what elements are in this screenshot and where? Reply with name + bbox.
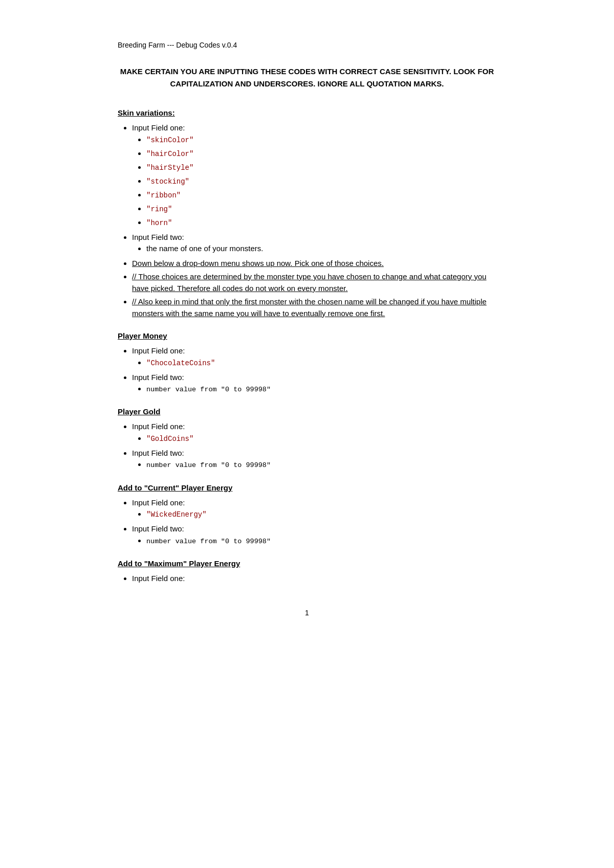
money-field-two-value: number value from "0 to 99998": [146, 383, 496, 395]
player-gold-section: Player Gold Input Field one: "GoldCoins"…: [118, 407, 496, 471]
skin-field-one-item: Input Field one: "skinColor" "hairColor"…: [132, 122, 496, 229]
gold-value-code: number value from "0 to 99998": [146, 461, 271, 469]
gold-field-one-label: Input Field one:: [132, 422, 185, 431]
money-field-two-label: Input Field two:: [132, 373, 184, 382]
gold-field-two-label: Input Field two:: [132, 449, 184, 457]
skin-code-skincolor: "skinColor": [146, 134, 496, 146]
gold-field-two-item: Input Field two: number value from "0 to…: [132, 448, 496, 471]
code-wicked-energy: "WickedEnergy": [146, 510, 207, 519]
max-energy-title: Add to "Maximum" Player Energy: [118, 559, 496, 568]
skin-code-hairstyle: "hairStyle": [146, 162, 496, 173]
gold-code: "GoldCoins": [146, 433, 496, 444]
money-field-two-item: Input Field two: number value from "0 to…: [132, 372, 496, 395]
skin-code-ribbon: "ribbon": [146, 189, 496, 201]
skin-code-horn: "horn": [146, 217, 496, 229]
player-money-section: Player Money Input Field one: "Chocolate…: [118, 331, 496, 395]
skin-note2: // Those choices are determined by the m…: [132, 271, 496, 294]
page-container: Breeding Farm --- Debug Codes v.0.4 MAKE…: [87, 0, 527, 658]
current-energy-field-one-item: Input Field one: "WickedEnergy": [132, 497, 496, 521]
current-energy-field-two-label: Input Field two:: [132, 524, 184, 533]
money-value-code: number value from "0 to 99998": [146, 386, 271, 393]
code-stocking: "stocking": [146, 177, 189, 186]
gold-field-one-item: Input Field one: "GoldCoins": [132, 421, 496, 444]
current-energy-field-one-label: Input Field one:: [132, 498, 185, 507]
current-energy-title: Add to "Current" Player Energy: [118, 483, 496, 492]
code-chocolate-coins: "ChocolateCoins": [146, 359, 215, 367]
skin-note1-text: Down below a drop-down menu shows up now…: [132, 259, 384, 268]
money-field-one-label: Input Field one:: [132, 346, 185, 355]
skin-note3: // Also keep in mind that only the first…: [132, 296, 496, 319]
max-energy-field-one-label: Input Field one:: [132, 574, 185, 583]
skin-field-two-label: Input Field two:: [132, 233, 184, 241]
current-energy-field-two-value: number value from "0 to 99998": [146, 535, 496, 547]
skin-code-haircolor: "hairColor": [146, 148, 496, 160]
current-energy-field-two-item: Input Field two: number value from "0 to…: [132, 523, 496, 547]
code-ring: "ring": [146, 205, 172, 213]
skin-field-two-item: Input Field two: the name of one of your…: [132, 232, 496, 255]
skin-field-two-value: the name of one of your monsters.: [146, 243, 496, 255]
current-energy-section: Add to "Current" Player Energy Input Fie…: [118, 483, 496, 547]
skin-code-ring: "ring": [146, 203, 496, 215]
warning-text: MAKE CERTAIN YOU ARE INPUTTING THESE COD…: [118, 65, 496, 90]
skin-code-stocking: "stocking": [146, 175, 496, 187]
code-gold-coins: "GoldCoins": [146, 435, 193, 443]
skin-field-one-label: Input Field one:: [132, 123, 185, 132]
gold-field-two-value: number value from "0 to 99998": [146, 459, 496, 471]
skin-note1: Down below a drop-down menu shows up now…: [132, 258, 496, 270]
code-horn: "horn": [146, 219, 172, 227]
code-hairstyle: "hairStyle": [146, 164, 193, 172]
page-number: 1: [118, 609, 496, 617]
money-field-one-item: Input Field one: "ChocolateCoins": [132, 345, 496, 369]
current-energy-code: "WickedEnergy": [146, 508, 496, 520]
player-money-title: Player Money: [118, 331, 496, 340]
current-energy-value-code: number value from "0 to 99998": [146, 538, 271, 545]
code-haircolor: "hairColor": [146, 150, 193, 158]
skin-note2-text: // Those choices are determined by the m…: [132, 272, 487, 293]
money-code: "ChocolateCoins": [146, 357, 496, 369]
doc-title: Breeding Farm --- Debug Codes v.0.4: [118, 41, 496, 49]
player-gold-title: Player Gold: [118, 407, 496, 416]
code-skincolor: "skinColor": [146, 136, 193, 144]
skin-note3-text: // Also keep in mind that only the first…: [132, 297, 487, 318]
skin-section: Skin variations: Input Field one: "skinC…: [118, 108, 496, 319]
max-energy-section: Add to "Maximum" Player Energy Input Fie…: [118, 559, 496, 585]
skin-section-title: Skin variations:: [118, 108, 496, 117]
max-energy-field-one-item: Input Field one:: [132, 573, 496, 585]
code-ribbon: "ribbon": [146, 191, 181, 199]
